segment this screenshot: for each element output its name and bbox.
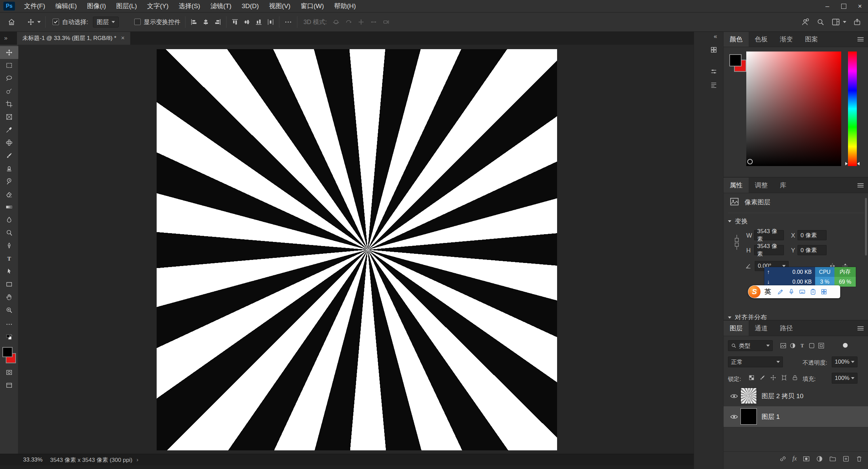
show-transform-checkbox[interactable] — [134, 19, 141, 25]
menu-view[interactable]: 视图(V) — [264, 0, 295, 12]
adjustment-layer-icon[interactable] — [816, 455, 823, 463]
tab-adjustments[interactable]: 调整 — [749, 178, 774, 193]
tool-clone-stamp[interactable] — [0, 162, 18, 175]
auto-select-checkbox[interactable] — [53, 19, 59, 25]
tool-spot-healing[interactable] — [0, 136, 18, 149]
align-bottom-edges-icon[interactable] — [255, 18, 262, 26]
ime-keyboard-icon[interactable] — [799, 288, 806, 295]
menu-help[interactable]: 帮助(H) — [329, 0, 361, 12]
filter-type-layers-icon[interactable]: T — [798, 342, 806, 350]
panel-menu-icon[interactable] — [857, 325, 864, 331]
height-input[interactable]: 3543 像素 — [754, 245, 784, 255]
width-input[interactable]: 3543 像素 — [754, 230, 784, 240]
layer-style-icon[interactable]: fx — [792, 455, 797, 462]
expand-panels-icon[interactable]: « — [714, 33, 717, 40]
tool-eraser[interactable] — [0, 188, 18, 201]
tool-hand[interactable] — [0, 291, 18, 304]
canvas-pasteboard[interactable] — [18, 45, 694, 454]
edit-toolbar-icon[interactable] — [0, 318, 18, 331]
3d-slide-icon[interactable] — [370, 18, 377, 26]
hue-marker-right[interactable] — [857, 162, 860, 165]
panel-icon-libraries[interactable] — [708, 44, 720, 55]
current-tool-preset[interactable] — [27, 18, 41, 26]
auto-select-target-dropdown[interactable]: 图层 — [93, 17, 119, 27]
opacity-dropdown[interactable]: 100% — [832, 356, 857, 367]
screen-mode-icon[interactable] — [0, 379, 18, 392]
panel-foreground-swatch[interactable] — [729, 54, 742, 66]
layer-name[interactable]: 图层 1 — [762, 412, 780, 421]
menu-image[interactable]: 图像(I) — [82, 0, 111, 12]
menu-filter[interactable]: 滤镜(T) — [205, 0, 236, 12]
search-icon[interactable] — [816, 18, 825, 26]
status-chevron-icon[interactable]: › — [137, 456, 139, 463]
tool-crop[interactable] — [0, 98, 18, 110]
tool-zoom[interactable] — [0, 304, 18, 317]
tool-history-brush[interactable] — [0, 175, 18, 188]
tab-color[interactable]: 颜色 — [724, 32, 749, 47]
layer-thumbnail[interactable] — [741, 408, 757, 425]
ime-mic-icon[interactable] — [788, 288, 795, 295]
panel-icon-paragraph[interactable] — [708, 80, 720, 90]
layer-row-starburst[interactable]: 图层 2 拷贝 10 — [724, 386, 868, 407]
filter-smart-objects-icon[interactable] — [817, 342, 825, 350]
restore-button[interactable] — [835, 0, 852, 12]
filter-adjustment-layers-icon[interactable] — [789, 342, 797, 350]
tool-eyedropper[interactable] — [0, 123, 18, 136]
workspace-switcher[interactable] — [831, 18, 846, 26]
3d-orbit-icon[interactable] — [332, 18, 340, 26]
tab-swatches[interactable]: 色板 — [749, 32, 774, 47]
align-top-edges-icon[interactable] — [231, 18, 239, 26]
new-layer-icon[interactable] — [842, 455, 850, 463]
filter-toggle[interactable] — [843, 343, 848, 348]
tool-rectangle-shape[interactable] — [0, 278, 18, 291]
ime-mode-indicator[interactable]: 英 — [765, 287, 771, 296]
tool-gradient[interactable] — [0, 201, 18, 213]
tool-rectangular-marquee[interactable] — [0, 59, 18, 72]
hue-slider[interactable] — [848, 52, 857, 166]
zoom-level-field[interactable]: 33.33% — [23, 456, 43, 463]
lock-position-icon[interactable] — [769, 373, 777, 382]
x-input[interactable]: 0 像素 — [797, 230, 827, 240]
artboard-starburst[interactable] — [157, 49, 557, 450]
align-right-edges-icon[interactable] — [214, 18, 221, 26]
tool-lasso[interactable] — [0, 72, 18, 85]
y-input[interactable]: 0 像素 — [797, 245, 827, 255]
quick-mask-icon[interactable] — [0, 366, 18, 379]
share-icon[interactable] — [853, 18, 861, 26]
tab-libraries[interactable]: 库 — [774, 178, 792, 193]
tool-dodge[interactable] — [0, 226, 18, 239]
visibility-eye-icon[interactable] — [730, 414, 738, 421]
lock-all-icon[interactable] — [791, 373, 799, 382]
tab-overflow-icon[interactable]: » — [4, 35, 7, 42]
close-button[interactable]: × — [852, 0, 868, 12]
tab-close-icon[interactable]: × — [121, 35, 125, 42]
filter-pixel-layers-icon[interactable] — [779, 342, 787, 350]
tool-blur[interactable] — [0, 213, 18, 226]
visibility-eye-icon[interactable] — [730, 393, 738, 400]
home-icon[interactable] — [7, 18, 16, 26]
layer-thumbnail[interactable] — [741, 388, 757, 404]
menu-window[interactable]: 窗口(W) — [296, 0, 329, 12]
link-dimensions-icon[interactable] — [734, 233, 740, 252]
ime-pen-icon[interactable] — [777, 288, 784, 295]
lock-transparency-icon[interactable] — [747, 373, 755, 382]
menu-type[interactable]: 文字(Y) — [142, 0, 174, 12]
fill-dropdown[interactable]: 100% — [832, 373, 857, 384]
tool-brush[interactable] — [0, 149, 18, 162]
default-colors-icon[interactable] — [0, 331, 18, 344]
distribute-horizontal-icon[interactable] — [267, 18, 274, 26]
transform-section-header[interactable]: 变换 — [728, 217, 748, 226]
color-picker-marker[interactable] — [747, 159, 753, 164]
tab-layers[interactable]: 图层 — [724, 321, 749, 336]
foreground-color-swatch[interactable] — [2, 347, 13, 357]
layer-name[interactable]: 图层 2 拷贝 10 — [762, 392, 804, 401]
tool-type[interactable]: T — [0, 252, 18, 265]
3d-dolly-icon[interactable] — [382, 18, 390, 26]
tool-move[interactable] — [0, 46, 18, 59]
new-group-icon[interactable] — [829, 455, 836, 463]
scrollbar-thumb[interactable] — [865, 198, 867, 256]
tool-quick-selection[interactable] — [0, 85, 18, 98]
3d-roll-icon[interactable] — [345, 18, 352, 26]
tool-pen[interactable] — [0, 239, 18, 252]
align-left-edges-icon[interactable] — [190, 18, 198, 26]
